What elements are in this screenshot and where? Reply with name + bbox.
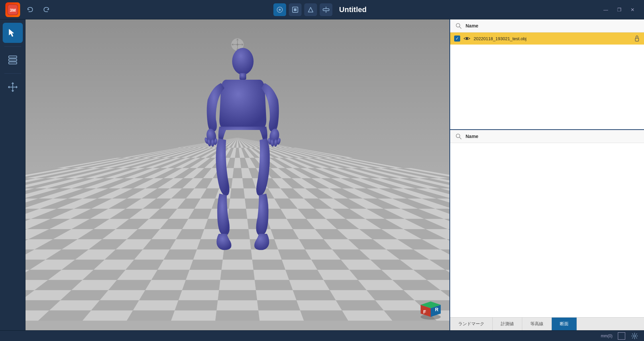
svg-point-39 <box>456 23 460 27</box>
objects-panel-header: Name <box>450 19 644 32</box>
svg-marker-11 <box>9 29 14 37</box>
close-button[interactable]: ✕ <box>627 4 639 16</box>
object-row[interactable]: ✓ 20220118_193021_test.obj <box>450 32 644 45</box>
svg-line-44 <box>460 137 461 139</box>
tool-edit[interactable] <box>3 50 23 70</box>
svg-point-43 <box>456 134 460 138</box>
tab-section[interactable]: 断面 <box>552 318 577 330</box>
mode-btn-3[interactable] <box>304 3 317 16</box>
svg-rect-42 <box>635 38 639 41</box>
object-checkbox[interactable]: ✓ <box>454 36 460 42</box>
tab-measurement[interactable]: 計測値 <box>493 318 522 330</box>
tool-select[interactable] <box>3 23 23 43</box>
svg-text:3M: 3M <box>10 8 16 13</box>
window-controls: — ❐ ✕ <box>600 4 639 16</box>
svg-point-21 <box>232 48 254 75</box>
human-figure <box>189 46 297 254</box>
svg-text:R: R <box>435 307 438 312</box>
units-label: mm(0) <box>601 334 612 338</box>
panel-search-icon <box>455 23 462 29</box>
redo-button[interactable] <box>40 4 52 16</box>
object-name: 20220118_193021_test.obj <box>474 36 631 41</box>
svg-point-26 <box>211 139 214 147</box>
sidebar-divider-1 <box>4 46 21 47</box>
maximize-button[interactable]: ❐ <box>613 4 625 16</box>
properties-panel-header: Name <box>450 130 644 143</box>
tool-transform[interactable] <box>3 77 23 97</box>
properties-panel-title: Name <box>466 134 478 139</box>
mode-btn-1[interactable] <box>273 3 286 16</box>
tab-contour[interactable]: 等高線 <box>522 318 552 330</box>
svg-rect-13 <box>9 56 17 58</box>
status-color-box[interactable] <box>618 332 625 340</box>
title-bar-center: Untitled <box>273 3 371 16</box>
status-settings-icon[interactable] <box>631 332 639 340</box>
sidebar-divider-2 <box>4 73 21 74</box>
mode-btn-4[interactable] <box>320 3 332 16</box>
minimize-button[interactable]: — <box>600 4 612 16</box>
main-content: F R Name ✓ <box>0 19 644 330</box>
right-panel: Name ✓ 20220118_193021_test.obj <box>449 19 644 330</box>
mode-btn-2[interactable] <box>289 3 302 16</box>
bottom-tabs: ランドマーク 計測値 等高線 断面 <box>450 317 644 330</box>
tab-landmark[interactable]: ランドマーク <box>450 318 493 330</box>
svg-line-40 <box>460 27 461 28</box>
left-sidebar <box>0 19 25 330</box>
properties-body <box>450 143 644 317</box>
document-title: Untitled <box>335 5 371 14</box>
app-logo: 3M <box>5 2 20 17</box>
svg-point-4 <box>279 9 281 11</box>
properties-search-icon <box>455 133 462 139</box>
svg-point-45 <box>634 335 636 337</box>
svg-rect-8 <box>323 9 329 11</box>
svg-text:F: F <box>423 309 426 315</box>
svg-rect-6 <box>294 8 297 11</box>
navigation-cube[interactable]: F R <box>419 296 443 320</box>
properties-panel: Name <box>450 130 644 317</box>
object-visibility-icon[interactable] <box>464 35 470 42</box>
svg-rect-12 <box>9 59 17 61</box>
viewport[interactable]: F R <box>25 19 449 330</box>
svg-point-20 <box>236 44 238 45</box>
svg-rect-22 <box>239 73 246 80</box>
objects-panel-title: Name <box>466 23 478 28</box>
objects-list: ✓ 20220118_193021_test.obj <box>450 32 644 129</box>
object-lock-icon[interactable] <box>634 36 640 42</box>
svg-point-41 <box>466 38 468 40</box>
title-bar-left: 3M <box>5 2 52 17</box>
undo-button[interactable] <box>24 4 36 16</box>
title-bar: 3M <box>0 0 644 19</box>
status-bar: mm(0) <box>0 330 644 341</box>
objects-panel: Name ✓ 20220118_193021_test.obj <box>450 19 644 130</box>
svg-rect-14 <box>9 62 17 64</box>
